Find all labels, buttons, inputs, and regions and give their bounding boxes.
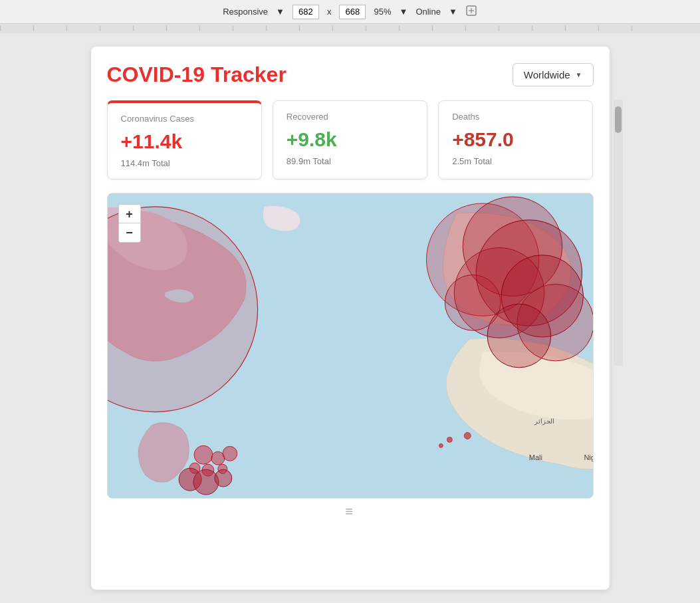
map-container[interactable]: + − <box>107 193 594 499</box>
svg-point-24 <box>439 443 443 447</box>
scrollbar-area[interactable] <box>614 100 623 366</box>
svg-text:الجزائر: الجزائر <box>533 418 554 425</box>
height-input[interactable] <box>339 5 366 19</box>
svg-text:Mali: Mali <box>528 453 542 461</box>
stat-card-recovered[interactable]: Recovered +9.8k 89.9m Total <box>273 100 427 180</box>
cases-label: Coronavirus Cases <box>121 114 248 124</box>
online-arrow: ▼ <box>449 7 457 17</box>
deaths-value: +857.0 <box>452 128 579 151</box>
map-zoom-controls: + − <box>118 204 141 243</box>
svg-point-22 <box>464 432 471 439</box>
scrollbar-thumb[interactable] <box>615 106 622 133</box>
deaths-total: 2.5m Total <box>452 156 579 166</box>
svg-point-12 <box>445 275 501 330</box>
svg-point-23 <box>447 437 452 442</box>
stat-card-cases[interactable]: Coronavirus Cases +11.4k 114.4m Total <box>107 100 262 180</box>
svg-point-21 <box>214 469 231 487</box>
zoom-arrow: ▼ <box>400 7 408 17</box>
ruler-area <box>0 24 700 33</box>
rotate-icon[interactable] <box>465 5 477 19</box>
bottom-drag-handle[interactable]: ≡ <box>107 499 594 522</box>
cases-total: 114.4m Total <box>121 158 248 168</box>
stats-row: Coronavirus Cases +11.4k 114.4m Total Re… <box>107 100 594 180</box>
map-svg: Mali Niger الجزائر <box>108 193 593 498</box>
zoom-in-button[interactable]: + <box>119 205 140 223</box>
dimension-separator: x <box>327 7 332 17</box>
dropdown-arrow: ▼ <box>576 71 582 78</box>
online-label[interactable]: Online <box>415 7 441 17</box>
svg-text:Niger: Niger <box>584 453 593 461</box>
zoom-out-button[interactable]: − <box>119 223 140 242</box>
region-dropdown[interactable]: Worldwide ▼ <box>513 63 594 86</box>
svg-point-15 <box>222 446 237 461</box>
deaths-label: Deaths <box>452 112 579 122</box>
browser-toolbar: Responsive ▼ x 95% ▼ Online ▼ <box>0 0 700 24</box>
recovered-value: +9.8k <box>287 128 413 151</box>
stat-card-deaths[interactable]: Deaths +857.0 2.5m Total <box>438 100 593 180</box>
recovered-label: Recovered <box>287 112 413 122</box>
zoom-label[interactable]: 95% <box>374 7 391 17</box>
svg-point-13 <box>194 445 213 464</box>
region-label: Worldwide <box>524 69 570 80</box>
page-wrapper: COVID-19 Tracker Worldwide ▼ Coronavirus… <box>0 33 700 603</box>
app-title: COVID-19 Tracker <box>107 62 287 87</box>
recovered-total: 89.9m Total <box>287 156 413 166</box>
app-header: COVID-19 Tracker Worldwide ▼ <box>107 62 594 87</box>
app-card: COVID-19 Tracker Worldwide ▼ Coronavirus… <box>91 47 610 590</box>
responsive-label[interactable]: Responsive <box>223 7 268 17</box>
width-input[interactable] <box>292 5 319 19</box>
responsive-arrow: ▼ <box>276 7 285 17</box>
svg-point-20 <box>193 469 219 495</box>
cases-value: +11.4k <box>121 130 248 153</box>
